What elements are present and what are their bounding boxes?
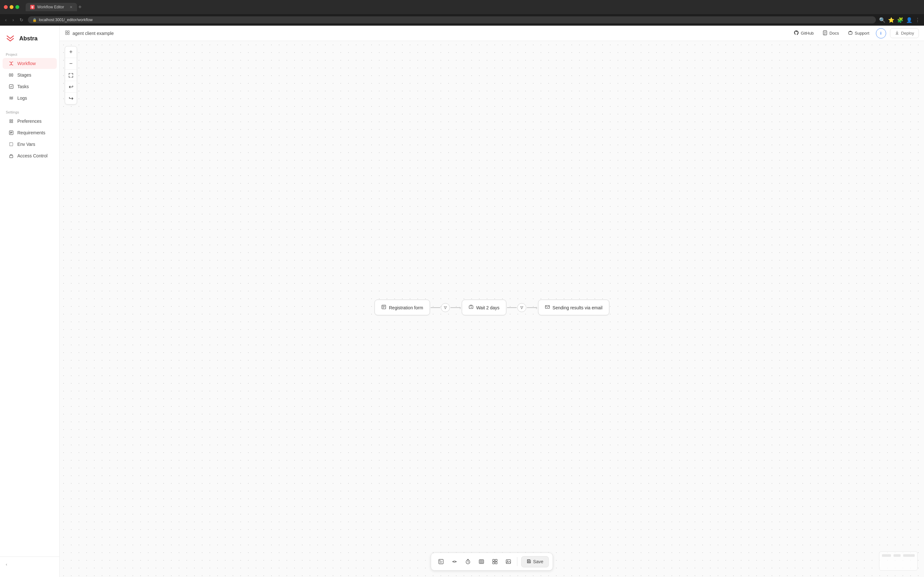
toolbar-flow-button[interactable] xyxy=(449,556,461,568)
deploy-button[interactable]: Deploy xyxy=(890,28,919,38)
sidebar-item-tasks[interactable]: Tasks xyxy=(3,81,57,92)
node-registration-form[interactable]: Registration form xyxy=(375,300,430,316)
extension-icon[interactable]: 🧩 xyxy=(897,17,903,23)
svg-point-3 xyxy=(10,119,11,121)
tab-close-button[interactable]: ✕ xyxy=(69,5,73,9)
sidebar: Abstra Project Workflow Stages xyxy=(0,26,60,577)
url-bar[interactable]: 🔒 localhost:3001/_editor/workflow xyxy=(28,16,876,23)
sidebar-bottom: ‹ xyxy=(0,556,59,572)
stages-icon xyxy=(8,73,14,77)
info-button[interactable]: i xyxy=(876,28,886,39)
sidebar-item-env-vars[interactable]: Env Vars xyxy=(3,139,57,150)
svg-point-22 xyxy=(452,561,453,562)
svg-point-17 xyxy=(382,306,383,306)
svg-point-21 xyxy=(439,560,440,561)
node-sending-results[interactable]: Sending results via email xyxy=(538,300,609,316)
menu-icon[interactable]: ⋮ xyxy=(915,17,920,23)
close-button[interactable] xyxy=(4,5,8,9)
form-icon xyxy=(381,305,386,311)
preferences-icon xyxy=(8,119,14,124)
forward-button[interactable]: › xyxy=(11,16,15,24)
url-text: localhost:3001/_editor/workflow xyxy=(39,18,92,22)
project-section-label: Project xyxy=(0,50,59,58)
traffic-lights xyxy=(4,5,19,9)
app: Abstra Project Workflow Stages xyxy=(0,26,924,577)
browser-chrome: Workflow Editor ✕ + xyxy=(0,0,924,14)
address-bar: ‹ › ↻ 🔒 localhost:3001/_editor/workflow … xyxy=(0,14,924,26)
github-label: GitHub xyxy=(801,31,814,35)
support-link[interactable]: Support xyxy=(845,29,872,37)
tab-favicon xyxy=(30,5,35,9)
topbar-actions: GitHub Docs xyxy=(791,28,919,39)
env-vars-label: Env Vars xyxy=(17,142,35,147)
sidebar-item-requirements[interactable]: Requirements xyxy=(3,127,57,138)
node-registration-form-label: Registration form xyxy=(389,305,423,310)
toolbar-table-button[interactable] xyxy=(475,556,488,568)
save-button[interactable]: Save xyxy=(521,556,549,567)
sidebar-item-preferences[interactable]: Preferences xyxy=(3,116,57,127)
deploy-label: Deploy xyxy=(901,31,914,35)
bookmark-icon[interactable]: ⭐ xyxy=(888,17,895,23)
toolbar-widget-button[interactable] xyxy=(489,556,501,568)
requirements-label: Requirements xyxy=(17,130,45,135)
new-tab-button[interactable]: + xyxy=(78,4,82,11)
save-label: Save xyxy=(533,559,543,564)
svg-rect-29 xyxy=(495,562,497,564)
svg-point-6 xyxy=(10,121,11,123)
svg-rect-28 xyxy=(493,562,495,564)
svg-rect-25 xyxy=(479,560,484,564)
sidebar-item-stages[interactable]: Stages xyxy=(3,69,57,81)
toolbar-image-button[interactable] xyxy=(502,556,515,568)
svg-rect-1 xyxy=(11,74,13,76)
address-bar-actions: 🔍 ⭐ 🧩 👤 ⋮ xyxy=(879,17,920,23)
collapse-button[interactable]: ‹ xyxy=(0,559,59,569)
arrow-1: › xyxy=(430,303,462,312)
filter-icon-1 xyxy=(441,303,450,312)
logo-icon xyxy=(6,33,16,44)
workflow-label: Workflow xyxy=(17,61,36,66)
logs-label: Logs xyxy=(17,95,27,101)
topbar-title: agent client example xyxy=(65,30,113,36)
toolbar-timer-button[interactable] xyxy=(462,556,474,568)
minimize-button[interactable] xyxy=(10,5,13,9)
topbar: agent client example GitHub xyxy=(60,26,924,41)
svg-rect-30 xyxy=(506,560,511,564)
settings-section-label: Settings xyxy=(0,108,59,115)
profile-icon[interactable]: 👤 xyxy=(906,17,913,23)
svg-point-31 xyxy=(507,561,508,562)
maximize-button[interactable] xyxy=(15,5,19,9)
search-icon[interactable]: 🔍 xyxy=(879,17,885,23)
tasks-label: Tasks xyxy=(17,84,29,89)
chevron-left-icon: ‹ xyxy=(6,562,7,567)
sidebar-item-workflow[interactable]: Workflow xyxy=(3,58,57,69)
svg-rect-13 xyxy=(68,33,69,35)
sidebar-item-access-control[interactable]: Access Control xyxy=(3,150,57,161)
svg-rect-8 xyxy=(10,143,13,146)
svg-rect-10 xyxy=(65,31,67,32)
docs-link[interactable]: Docs xyxy=(820,29,842,37)
github-link[interactable]: GitHub xyxy=(791,29,816,37)
toolbar-form-button[interactable] xyxy=(435,556,447,568)
svg-rect-9 xyxy=(10,155,13,158)
svg-rect-26 xyxy=(493,559,495,561)
env-vars-icon xyxy=(8,142,14,147)
workflow-canvas: Registration form › xyxy=(60,41,924,577)
logs-icon xyxy=(8,95,14,101)
sidebar-item-logs[interactable]: Logs xyxy=(3,93,57,103)
node-wait-2-days-label: Wait 2 days xyxy=(476,305,499,310)
github-icon xyxy=(794,30,799,36)
logo-text: Abstra xyxy=(19,35,37,42)
tasks-icon xyxy=(8,84,14,89)
project-icon xyxy=(65,30,70,36)
svg-rect-33 xyxy=(528,561,530,562)
node-wait-2-days[interactable]: Wait 2 days xyxy=(462,300,506,316)
back-button[interactable]: ‹ xyxy=(4,16,8,24)
docs-label: Docs xyxy=(829,31,839,35)
support-icon xyxy=(848,31,853,36)
reload-button[interactable]: ↻ xyxy=(18,16,25,24)
access-control-icon xyxy=(8,153,14,158)
tab-title: Workflow Editor xyxy=(37,5,64,9)
stages-label: Stages xyxy=(17,73,31,77)
sidebar-logo: Abstra xyxy=(0,31,59,50)
active-tab[interactable]: Workflow Editor ✕ xyxy=(26,3,77,11)
